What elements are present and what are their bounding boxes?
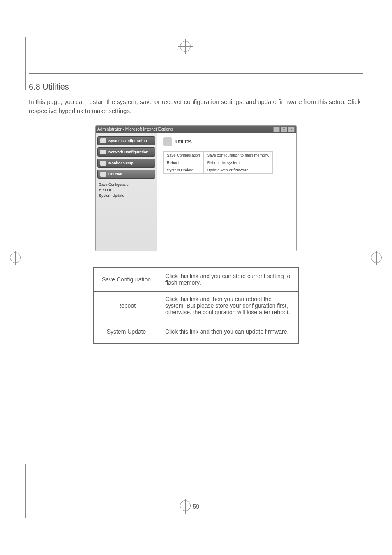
tools-icon: [100, 172, 106, 177]
network-icon: [100, 150, 106, 154]
window-titlebar: Administrator - Microsoft Internet Explo…: [96, 126, 296, 133]
cell-desc: Reboot the system.: [203, 159, 272, 166]
display-icon: [100, 161, 106, 166]
guide-line: [371, 258, 392, 258]
link-save-configuration[interactable]: Save Configuration: [164, 151, 204, 159]
desc-value: Click this link and you can store curren…: [159, 267, 299, 291]
window-title: Administrator - Microsoft Internet Explo…: [97, 127, 173, 131]
table-row: Save Configuration Click this link and y…: [94, 267, 299, 291]
maximize-button[interactable]: □: [281, 127, 287, 132]
table-row: System Update Click this link and then y…: [94, 320, 299, 343]
desc-key: System Update: [94, 320, 159, 343]
desc-value: Click this link and then you can update …: [159, 320, 299, 343]
link-system-update[interactable]: System Update: [164, 166, 204, 173]
close-button[interactable]: ×: [288, 127, 295, 132]
table-row: Reboot Reboot the system.: [164, 159, 273, 166]
crop-mark-top: [180, 41, 191, 52]
content-heading: Utilites: [175, 139, 192, 145]
guide-line: [25, 37, 26, 90]
nav-label: Network Configuration: [108, 150, 148, 154]
subnav-system-update[interactable]: System Update: [99, 193, 155, 199]
table-row: Save Configuration Save configuration to…: [164, 151, 273, 159]
nav-label: Monitor Setup: [108, 161, 134, 165]
desc-key: Reboot: [94, 291, 159, 320]
guide-line: [366, 37, 366, 90]
description-table: Save Configuration Click this link and y…: [93, 267, 299, 344]
desc-value: Click this link and then you can reboot …: [159, 291, 299, 320]
guide-line: [0, 258, 21, 258]
admin-window: Administrator - Microsoft Internet Explo…: [95, 125, 297, 251]
nav-system-configuration[interactable]: System Configuration: [97, 136, 155, 145]
nav-network-configuration[interactable]: Network Configuration: [97, 147, 155, 157]
table-row: Reboot Click this link and then you can …: [94, 291, 299, 320]
monitor-icon: [100, 138, 106, 143]
header-rule: [29, 73, 363, 74]
desc-key: Save Configuration: [94, 267, 159, 291]
nav-label: Utilities: [108, 172, 122, 176]
link-reboot[interactable]: Reboot: [164, 159, 204, 166]
tools-icon: [163, 137, 172, 146]
subnav-save-configuration[interactable]: Save Configuration: [99, 182, 155, 188]
cell-desc: Save configuration to flash memory.: [203, 151, 272, 159]
subnav-reboot[interactable]: Reboot: [99, 187, 155, 193]
section-heading: 6.8 Utilities: [29, 82, 363, 92]
minimize-button[interactable]: _: [273, 127, 280, 132]
utilities-table: Save Configuration Save configuration to…: [163, 151, 273, 174]
nav-sub-items: Save Configuration Reboot System Update: [99, 182, 155, 199]
cell-desc: Update web or firmware.: [203, 166, 272, 173]
section-body: In this page, you can restart the system…: [29, 97, 363, 115]
page-number: 59: [0, 503, 392, 510]
table-row: System Update Update web or firmware.: [164, 166, 273, 173]
content-pane: Utilites Save Configuration Save configu…: [157, 133, 296, 251]
nav-utilities[interactable]: Utilities: [97, 170, 155, 179]
nav-label: System Configuration: [108, 139, 147, 143]
nav-monitor-setup[interactable]: Monitor Setup: [97, 159, 155, 168]
nav-pane: System Configuration Network Configurati…: [96, 133, 157, 251]
